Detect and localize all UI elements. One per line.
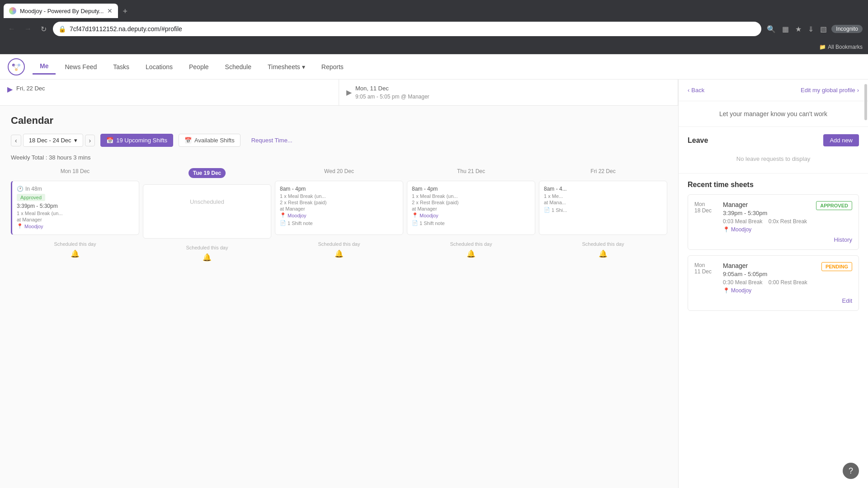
location-pin-icon-ts0: 📍: [723, 226, 730, 233]
shift-note-thu21: 📄 1 Shift note: [412, 220, 530, 226]
nav-news-feed[interactable]: News Feed: [57, 60, 104, 74]
request-time-off-button[interactable]: Request Time...: [246, 134, 298, 146]
week-range-selector[interactable]: 18 Dec - 24 Dec ▾: [23, 134, 83, 147]
nav-tasks[interactable]: Tasks: [106, 60, 137, 74]
day-header-tue19: Tue 19 Dec: [143, 168, 271, 181]
day-col-thu21: Thu 21 Dec 8am - 4pm 1 x Meal Break (un.…: [407, 168, 535, 262]
next-week-button[interactable]: ›: [85, 135, 95, 146]
cant-work-text: Let your manager know you can't work: [688, 110, 859, 117]
nav-schedule[interactable]: Schedule: [218, 60, 259, 74]
schedule-header-strip: ▶ Fri, 22 Dec ▶ Mon, 11 Dec 9:05 am - 5:…: [0, 80, 678, 106]
weekly-total: Weekly Total : 38 hours 3 mins: [11, 154, 667, 161]
calendar-main: Calendar ‹ 18 Dec - 24 Dec ▾ › 📅: [0, 106, 678, 271]
bell-icon-wed20: 🔔: [275, 249, 403, 258]
add-leave-button[interactable]: Add new: [823, 134, 859, 146]
shift-card-mon18[interactable]: 🕐 In 48m Approved 3:39pm - 5:30pm 1 x Me…: [11, 181, 139, 235]
day-header-wed20: Wed 20 Dec: [275, 168, 403, 177]
right-panel: ‹ Back Edit my global profile › Let your…: [678, 80, 868, 488]
location-pin-icon-ts1: 📍: [723, 287, 730, 294]
search-icon[interactable]: 🔍: [765, 23, 778, 35]
bookmarks-bar: 📁 All Bookmarks: [0, 40, 868, 54]
timesheet-badge-0: APPROVED: [816, 201, 852, 210]
nav-people[interactable]: People: [182, 60, 216, 74]
schedule-card-fri: ▶ Fri, 22 Dec: [0, 80, 339, 105]
schedule-card-time-mon: 9:05 am - 5:05 pm @ Manager: [355, 94, 429, 100]
bookmark-icon[interactable]: ★: [793, 23, 803, 35]
chevron-right-icon: ›: [857, 87, 859, 94]
nav-reports[interactable]: Reports: [314, 60, 351, 74]
forward-button[interactable]: →: [22, 23, 34, 35]
reload-button[interactable]: ↻: [38, 23, 49, 35]
timesheet-date-label-1: Mon: [694, 262, 719, 268]
back-button[interactable]: ‹ Back: [688, 87, 704, 94]
shift-card-thu21[interactable]: 8am - 4pm 1 x Meal Break (un... 2 x Rest…: [407, 181, 535, 235]
prev-week-button[interactable]: ‹: [11, 135, 21, 146]
no-leave-text: No leave requests to display: [688, 152, 859, 166]
calendar-icon: 📅: [106, 137, 113, 144]
upcoming-shifts-button[interactable]: 📅 19 Upcoming Shifts: [100, 134, 173, 147]
scheduled-label-fri22: Scheduled this day: [539, 239, 667, 249]
scrollbar[interactable]: [864, 80, 867, 488]
extensions-icon[interactable]: ▧: [818, 23, 829, 35]
active-tab[interactable]: Moodjoy - Powered By Deputy... ✕: [4, 4, 118, 18]
tab-close-button[interactable]: ✕: [107, 7, 113, 14]
available-shifts-button[interactable]: 📅 Available Shifts: [179, 134, 241, 147]
clock-icon: 🕐: [17, 186, 24, 192]
scheduled-label-thu21: Scheduled this day: [407, 239, 535, 249]
bell-icon-fri22: 🔔: [539, 249, 667, 258]
timesheet-card-0: Mon 18 Dec Manager 3:39pm - 5:30pm 0:03 …: [688, 194, 859, 250]
lock-icon: 🔒: [58, 25, 66, 33]
back-button[interactable]: ←: [5, 23, 18, 35]
main-layout: ▶ Fri, 22 Dec ▶ Mon, 11 Dec 9:05 am - 5:…: [0, 80, 868, 488]
timesheet-breaks-0: 0:03 Meal Break 0:0x Rest Break: [723, 218, 816, 225]
shift-detail-thu21: 1 x Meal Break (un...: [412, 193, 530, 199]
timesheet-history-button[interactable]: History: [834, 236, 852, 243]
timesheet-header-0: Mon 18 Dec Manager 3:39pm - 5:30pm 0:03 …: [694, 201, 852, 233]
shift-city-thu21: 📍 Moodjoy: [412, 212, 530, 218]
shift-location-label: at Manager: [17, 217, 134, 222]
day-header-fri22: Fri 22 Dec: [539, 168, 667, 177]
address-bar[interactable]: 🔒 7cf47d19112152.na.deputy.com/#profile: [53, 22, 761, 36]
cast-icon[interactable]: ▦: [780, 23, 791, 35]
calendar-toolbar: ‹ 18 Dec - 24 Dec ▾ › 📅 19 Upcoming Shif…: [11, 134, 667, 147]
timesheet-edit-button[interactable]: Edit: [842, 297, 852, 304]
shift-location-city: 📍 Moodjoy: [17, 223, 134, 229]
new-tab-button[interactable]: +: [119, 5, 131, 18]
scroll-thumb[interactable]: [864, 84, 867, 120]
nav-me[interactable]: Me: [33, 59, 56, 75]
shift-card-fri22[interactable]: 8am - 4... 1 x Me... at Mana... 📄 1 Shi.…: [539, 181, 667, 235]
calendar-title: Calendar: [11, 115, 667, 127]
nav-locations[interactable]: Locations: [138, 60, 180, 74]
timesheets-title: Recent time sheets: [688, 181, 859, 189]
svg-point-0: [8, 59, 24, 75]
edit-global-profile-button[interactable]: Edit my global profile ›: [801, 87, 859, 94]
timesheet-time-0: 3:39pm - 5:30pm: [723, 210, 816, 216]
top-nav: Me News Feed Tasks Locations People Sche…: [0, 54, 868, 80]
shift-card-wed20[interactable]: 8am - 4pm 1 x Meal Break (un... 2 x Rest…: [275, 181, 403, 235]
shift-card-tue19[interactable]: Unscheduled: [143, 184, 271, 239]
timesheet-date-label-0: Mon: [694, 201, 719, 207]
cant-work-section[interactable]: Let your manager know you can't work: [679, 101, 868, 127]
timesheet-footer-0: History: [694, 236, 852, 243]
timesheet-manager-0: Manager: [723, 201, 816, 208]
help-button[interactable]: ?: [843, 463, 859, 479]
scheduled-label-wed20: Scheduled this day: [275, 239, 403, 249]
all-bookmarks-link[interactable]: 📁 All Bookmarks: [819, 44, 863, 50]
timesheets-section: Recent time sheets Mon 18 Dec Manager 3:…: [679, 174, 868, 488]
timesheet-location-1: 📍 Moodjoy: [723, 287, 821, 294]
download-icon[interactable]: ⇓: [806, 23, 816, 35]
timesheet-date-day-0: 18 Dec: [694, 207, 719, 214]
svg-line-6: [16, 65, 19, 70]
in-timer: 🕐 In 48m: [17, 186, 134, 192]
shift-time-range-thu21: 8am - 4pm: [412, 186, 530, 192]
schedule-card-date-mon: Mon, 11 Dec: [355, 85, 429, 92]
timesheet-breaks-1: 0:30 Meal Break 0:00 Rest Break: [723, 279, 821, 286]
nav-timesheets[interactable]: Timesheets ▾: [260, 60, 312, 74]
shift-detail-fri22: 1 x Me...: [544, 193, 662, 199]
shift-city-wed20: 📍 Moodjoy: [280, 212, 398, 218]
timesheet-date-col-0: Mon 18 Dec: [694, 201, 719, 214]
timesheet-time-1: 9:05am - 5:05pm: [723, 271, 821, 277]
scheduled-label-tue19: Scheduled this day: [143, 242, 271, 253]
right-panel-header: ‹ Back Edit my global profile ›: [679, 80, 868, 101]
timesheet-date-col-1: Mon 11 Dec: [694, 262, 719, 275]
